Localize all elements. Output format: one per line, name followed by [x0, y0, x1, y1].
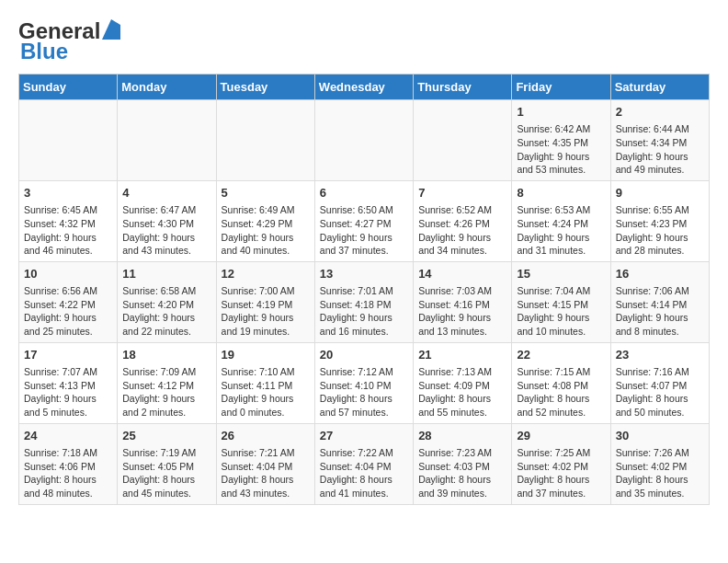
calendar-cell	[314, 100, 413, 181]
calendar-cell	[216, 100, 314, 181]
day-info: Sunrise: 6:42 AM	[517, 122, 605, 136]
day-number: 18	[122, 347, 210, 363]
day-info: Daylight: 8 hours and 48 minutes.	[24, 473, 112, 500]
day-info: Sunset: 4:05 PM	[122, 460, 210, 474]
logo-blue: Blue	[20, 39, 68, 64]
calendar-cell: 3Sunrise: 6:45 AMSunset: 4:32 PMDaylight…	[19, 180, 118, 261]
weekday-header-saturday: Saturday	[610, 75, 709, 100]
day-info: Sunset: 4:15 PM	[517, 298, 605, 312]
day-number: 6	[320, 185, 408, 201]
day-info: Sunrise: 6:52 AM	[418, 203, 506, 217]
day-info: Sunrise: 7:10 AM	[222, 365, 310, 379]
day-info: Sunrise: 6:44 AM	[616, 122, 704, 136]
day-number: 24	[24, 428, 112, 444]
day-info: Daylight: 9 hours and 25 minutes.	[24, 311, 112, 338]
weekday-header-friday: Friday	[512, 75, 610, 100]
day-number: 8	[517, 185, 605, 201]
calendar-cell: 29Sunrise: 7:25 AMSunset: 4:02 PMDayligh…	[512, 423, 610, 504]
day-info: Sunset: 4:04 PM	[222, 460, 310, 474]
day-info: Sunrise: 6:45 AM	[24, 203, 112, 217]
day-info: Sunset: 4:26 PM	[418, 217, 506, 231]
day-info: Daylight: 9 hours and 2 minutes.	[122, 392, 210, 419]
calendar-cell	[414, 100, 512, 181]
day-number: 17	[24, 347, 112, 363]
day-info: Sunset: 4:34 PM	[616, 136, 704, 150]
day-number: 4	[122, 185, 210, 201]
day-info: Sunset: 4:02 PM	[616, 460, 704, 474]
day-info: Daylight: 9 hours and 40 minutes.	[222, 231, 310, 258]
logo-icon	[102, 19, 120, 40]
day-info: Sunrise: 7:16 AM	[616, 365, 704, 379]
calendar-cell: 11Sunrise: 6:58 AMSunset: 4:20 PMDayligh…	[118, 261, 216, 342]
page-header: General Blue	[18, 18, 710, 64]
day-info: Sunrise: 7:21 AM	[222, 446, 310, 460]
day-number: 30	[616, 428, 704, 444]
day-info: Daylight: 8 hours and 52 minutes.	[517, 392, 605, 419]
day-info: Sunrise: 6:55 AM	[616, 203, 704, 217]
day-info: Daylight: 9 hours and 0 minutes.	[222, 392, 310, 419]
day-info: Sunset: 4:30 PM	[122, 217, 210, 231]
calendar-cell: 22Sunrise: 7:15 AMSunset: 4:08 PMDayligh…	[512, 342, 610, 423]
day-info: Sunrise: 6:58 AM	[122, 284, 210, 298]
day-number: 3	[24, 185, 112, 201]
day-info: Sunrise: 7:12 AM	[320, 365, 408, 379]
day-info: Sunrise: 6:56 AM	[24, 284, 112, 298]
day-info: Sunset: 4:23 PM	[616, 217, 704, 231]
day-info: Daylight: 9 hours and 49 minutes.	[616, 150, 704, 177]
day-info: Sunrise: 7:19 AM	[122, 446, 210, 460]
calendar-cell: 14Sunrise: 7:03 AMSunset: 4:16 PMDayligh…	[414, 261, 512, 342]
day-info: Daylight: 9 hours and 28 minutes.	[616, 231, 704, 258]
day-number: 9	[616, 185, 704, 201]
calendar-cell: 26Sunrise: 7:21 AMSunset: 4:04 PMDayligh…	[216, 423, 314, 504]
day-number: 26	[222, 428, 310, 444]
calendar-cell: 24Sunrise: 7:18 AMSunset: 4:06 PMDayligh…	[19, 423, 118, 504]
day-info: Sunset: 4:04 PM	[320, 460, 408, 474]
calendar-cell: 10Sunrise: 6:56 AMSunset: 4:22 PMDayligh…	[19, 261, 118, 342]
calendar-week-3: 10Sunrise: 6:56 AMSunset: 4:22 PMDayligh…	[19, 261, 710, 342]
day-info: Sunset: 4:29 PM	[222, 217, 310, 231]
day-info: Sunset: 4:27 PM	[320, 217, 408, 231]
calendar-header-row: SundayMondayTuesdayWednesdayThursdayFrid…	[19, 75, 710, 100]
day-info: Sunset: 4:19 PM	[222, 298, 310, 312]
day-info: Daylight: 9 hours and 8 minutes.	[616, 311, 704, 338]
calendar-cell: 21Sunrise: 7:13 AMSunset: 4:09 PMDayligh…	[414, 342, 512, 423]
day-info: Sunset: 4:14 PM	[616, 298, 704, 312]
day-number: 29	[517, 428, 605, 444]
day-info: Daylight: 9 hours and 19 minutes.	[222, 311, 310, 338]
day-info: Sunset: 4:18 PM	[320, 298, 408, 312]
weekday-header-thursday: Thursday	[414, 75, 512, 100]
day-info: Daylight: 9 hours and 46 minutes.	[24, 231, 112, 258]
day-number: 21	[418, 347, 506, 363]
day-info: Sunset: 4:10 PM	[320, 379, 408, 393]
calendar-cell: 27Sunrise: 7:22 AMSunset: 4:04 PMDayligh…	[314, 423, 413, 504]
day-info: Sunrise: 7:00 AM	[222, 284, 310, 298]
calendar-cell: 13Sunrise: 7:01 AMSunset: 4:18 PMDayligh…	[314, 261, 413, 342]
day-number: 15	[517, 266, 605, 282]
calendar-cell: 9Sunrise: 6:55 AMSunset: 4:23 PMDaylight…	[610, 180, 709, 261]
day-number: 11	[122, 266, 210, 282]
calendar-cell: 16Sunrise: 7:06 AMSunset: 4:14 PMDayligh…	[610, 261, 709, 342]
day-info: Sunrise: 7:25 AM	[517, 446, 605, 460]
day-info: Sunrise: 7:23 AM	[418, 446, 506, 460]
day-info: Daylight: 9 hours and 31 minutes.	[517, 231, 605, 258]
day-info: Sunrise: 7:03 AM	[418, 284, 506, 298]
day-number: 28	[418, 428, 506, 444]
day-info: Sunrise: 7:15 AM	[517, 365, 605, 379]
calendar-table: SundayMondayTuesdayWednesdayThursdayFrid…	[18, 74, 710, 505]
calendar-cell: 2Sunrise: 6:44 AMSunset: 4:34 PMDaylight…	[610, 100, 709, 181]
day-info: Sunset: 4:35 PM	[517, 136, 605, 150]
calendar-cell: 15Sunrise: 7:04 AMSunset: 4:15 PMDayligh…	[512, 261, 610, 342]
day-info: Daylight: 9 hours and 37 minutes.	[320, 231, 408, 258]
day-info: Daylight: 9 hours and 43 minutes.	[122, 231, 210, 258]
calendar-cell	[19, 100, 118, 181]
day-info: Daylight: 8 hours and 43 minutes.	[222, 473, 310, 500]
logo: General Blue	[18, 18, 120, 64]
day-info: Sunset: 4:06 PM	[24, 460, 112, 474]
day-info: Sunset: 4:32 PM	[24, 217, 112, 231]
day-info: Sunrise: 6:49 AM	[222, 203, 310, 217]
day-info: Daylight: 8 hours and 41 minutes.	[320, 473, 408, 500]
day-info: Daylight: 8 hours and 39 minutes.	[418, 473, 506, 500]
day-info: Daylight: 9 hours and 13 minutes.	[418, 311, 506, 338]
day-info: Sunrise: 7:01 AM	[320, 284, 408, 298]
day-number: 7	[418, 185, 506, 201]
